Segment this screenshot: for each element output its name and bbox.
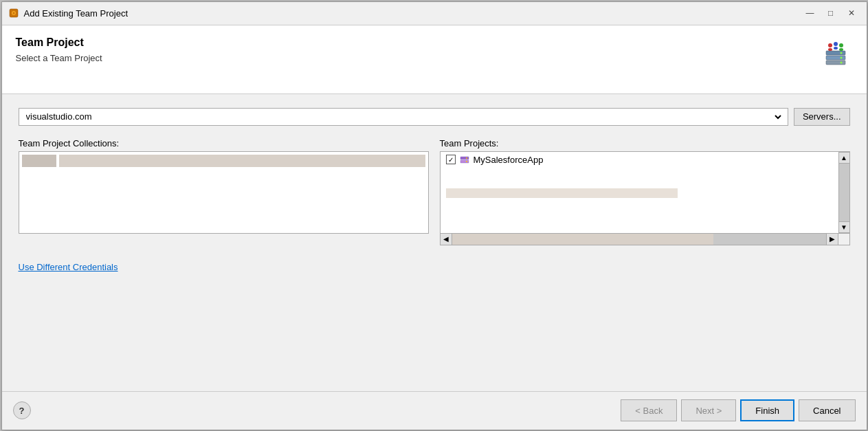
help-button[interactable]: ? — [13, 401, 31, 419]
svg-point-6 — [840, 52, 842, 54]
svg-point-8 — [840, 61, 842, 63]
team-projects-column: Team Projects: ✓ — [440, 138, 850, 245]
team-projects-list[interactable]: ✓ MySalesforceApp — [440, 151, 838, 234]
page-title: Team Project — [16, 36, 102, 49]
svg-point-13 — [834, 47, 838, 49]
svg-point-12 — [828, 48, 832, 51]
svg-rect-4 — [826, 56, 845, 60]
svg-rect-15 — [460, 157, 469, 159]
hscroll-left-button[interactable]: ◀ — [441, 233, 452, 245]
collection-loading-item — [19, 152, 428, 170]
collections-column: Team Project Collections: — [19, 138, 429, 245]
minimize-button[interactable]: — — [801, 5, 820, 21]
server-row: visualstudio.com Servers... — [19, 108, 850, 126]
svg-point-2 — [12, 12, 14, 14]
checkbox-icon[interactable]: ✓ — [446, 155, 456, 164]
finish-button[interactable]: Finish — [740, 399, 794, 421]
header-section: Team Project Select a Team Project — [2, 25, 867, 94]
svg-point-7 — [840, 56, 842, 58]
vertical-scrollbar[interactable]: ▲ ▼ — [838, 151, 850, 234]
footer-left: ? — [13, 401, 31, 419]
hscroll-track — [452, 234, 826, 245]
svg-point-11 — [839, 43, 843, 47]
svg-point-9 — [828, 43, 832, 47]
dialog: Add Existing Team Project — □ ✕ Team Pro… — [1, 1, 867, 430]
maximize-button[interactable]: □ — [821, 5, 841, 21]
team-projects-label: Team Projects: — [440, 138, 850, 148]
project-name: MySalesforceApp — [474, 155, 544, 165]
collections-list[interactable] — [19, 151, 429, 234]
content-area: visualstudio.com Servers... Team Project… — [2, 94, 867, 391]
footer: ? < Back Next > Finish Cancel — [2, 391, 867, 430]
server-select[interactable]: visualstudio.com — [23, 110, 783, 124]
window-controls: — □ ✕ — [801, 5, 861, 21]
header-text: Team Project Select a Team Project — [16, 36, 102, 63]
team-projects-container: ✓ MySalesforceApp — [440, 151, 850, 234]
server-dropdown-container[interactable]: visualstudio.com — [19, 108, 788, 126]
svg-point-10 — [834, 42, 838, 46]
empty-area — [441, 168, 838, 203]
footer-right: < Back Next > Finish Cancel — [621, 399, 855, 421]
svg-point-18 — [466, 161, 467, 162]
next-button[interactable]: Next > — [681, 399, 736, 421]
svg-rect-5 — [826, 60, 845, 65]
dialog-title: Add Existing Team Project — [24, 8, 801, 19]
project-icon — [460, 155, 469, 164]
team-project-icon — [821, 38, 851, 69]
back-button[interactable]: < Back — [621, 399, 677, 421]
svg-rect-16 — [460, 160, 469, 163]
hscroll-right-button[interactable]: ▶ — [826, 233, 838, 245]
svg-point-17 — [466, 157, 467, 159]
servers-button[interactable]: Servers... — [794, 108, 850, 126]
scroll-track — [839, 164, 849, 221]
scroll-down-button[interactable]: ▼ — [838, 221, 850, 233]
credentials-link[interactable]: Use Different Credentials — [19, 262, 118, 272]
title-bar: Add Existing Team Project — □ ✕ — [2, 2, 867, 25]
page-subtitle: Select a Team Project — [16, 53, 102, 63]
scroll-up-button[interactable]: ▲ — [838, 152, 850, 164]
title-icon — [8, 7, 20, 19]
header-icon — [819, 36, 853, 71]
list-item: ✓ MySalesforceApp — [441, 152, 838, 168]
svg-point-14 — [839, 48, 843, 51]
project-area: Team Project Collections: Team Projects: — [19, 138, 850, 245]
close-button[interactable]: ✕ — [842, 5, 861, 21]
cancel-button[interactable]: Cancel — [799, 399, 855, 421]
collections-label: Team Project Collections: — [19, 138, 429, 148]
horizontal-scrollbar[interactable]: ◀ ▶ — [440, 234, 838, 245]
svg-rect-3 — [826, 51, 845, 55]
